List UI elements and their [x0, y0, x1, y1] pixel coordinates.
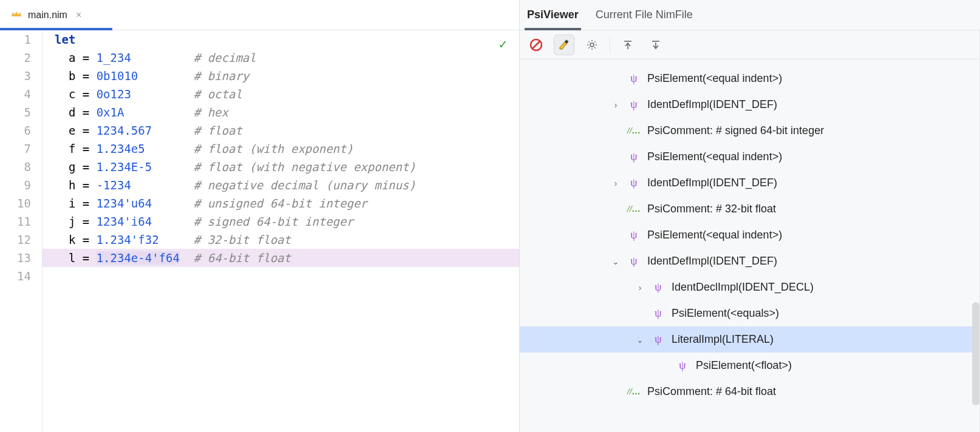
- collapse-up-icon[interactable]: [618, 35, 638, 55]
- tree-label: PsiElement(<equals>): [672, 307, 975, 320]
- gutter: 1234567891011121314: [0, 30, 43, 432]
- tool-window-toolbar: [520, 30, 980, 59]
- code-line[interactable]: k = 1.234'f32 # 32-bit float: [55, 231, 519, 249]
- toolbar-separator: [610, 37, 610, 53]
- tree-label: PsiElement(<equal indent>): [647, 150, 975, 163]
- gutter-line: 5: [0, 103, 31, 121]
- code-line[interactable]: a = 1_234 # decimal: [55, 49, 519, 67]
- svg-line-1: [533, 41, 540, 49]
- psi-icon: ψ: [627, 150, 641, 164]
- scrollbar-thumb[interactable]: [972, 302, 979, 405]
- code-area[interactable]: let a = 1_234 # decimal b = 0b1010 # bin…: [43, 30, 519, 432]
- gutter-line: 1: [0, 30, 31, 49]
- tool-window: PsiViewer Current File NimFile ψPsiEleme…: [520, 0, 980, 432]
- gutter-line: 2: [0, 49, 31, 67]
- gutter-line: 7: [0, 140, 31, 158]
- psi-icon: ψ: [627, 176, 641, 191]
- editor-tabs: main.nim ×: [0, 0, 519, 30]
- tool-window-tabs: PsiViewer Current File NimFile: [520, 0, 980, 30]
- gutter-line: 4: [0, 85, 31, 103]
- tree-row[interactable]: ψPsiElement(<equal indent>): [520, 222, 979, 248]
- comment-icon: //…: [627, 385, 641, 399]
- tree-label: LiteralImpl(LITERAL): [672, 333, 975, 346]
- tree-label: IdentDeclImpl(IDENT_DECL): [672, 281, 975, 294]
- gutter-line: 6: [0, 121, 31, 140]
- psi-icon: ψ: [651, 332, 665, 347]
- psi-tree[interactable]: ψPsiElement(<equal indent>)›ψIdentDefImp…: [520, 59, 980, 432]
- code-line[interactable]: e = 1234.567 # float: [55, 121, 519, 140]
- code-line[interactable]: j = 1234'i64 # signed 64-bit integer: [55, 212, 519, 231]
- tree-row[interactable]: ⌄ψLiteralImpl(LITERAL): [520, 326, 979, 353]
- tab-current-file[interactable]: Current File NimFile: [596, 0, 693, 30]
- code-line[interactable]: [55, 267, 519, 285]
- gutter-line: 13: [0, 249, 31, 267]
- comment-icon: //…: [627, 202, 641, 217]
- tree-label: PsiComment: # 64-bit float: [647, 385, 975, 398]
- tree-row[interactable]: //…PsiComment: # 64-bit float: [520, 379, 979, 405]
- psi-icon: ψ: [627, 228, 641, 243]
- psi-icon: ψ: [651, 306, 665, 321]
- tab-psiviewer[interactable]: PsiViewer: [527, 0, 579, 30]
- chevron-right-icon[interactable]: ›: [611, 178, 621, 188]
- code-line[interactable]: let: [55, 30, 519, 49]
- tree-label: IdentDefImpl(IDENT_DEF): [647, 98, 975, 111]
- tree-row[interactable]: ⌄ψIdentDefImpl(IDENT_DEF): [520, 248, 979, 274]
- psi-icon: ψ: [627, 254, 641, 269]
- editor-pane: main.nim × 1234567891011121314 let a = 1…: [0, 0, 520, 432]
- check-icon: ✓: [499, 35, 507, 53]
- tree-row[interactable]: ψPsiElement(<equals>): [520, 300, 979, 326]
- code-line[interactable]: l = 1.234e-4'f64 # 64-bit float: [43, 249, 519, 267]
- gutter-line: 12: [0, 231, 31, 249]
- file-tab[interactable]: main.nim ×: [0, 0, 91, 30]
- tree-row[interactable]: ›ψIdentDefImpl(IDENT_DEF): [520, 170, 979, 196]
- close-icon[interactable]: ×: [76, 10, 81, 21]
- tree-label: PsiElement(<equal indent>): [647, 229, 975, 241]
- chevron-down-icon[interactable]: ⌄: [611, 257, 621, 266]
- chevron-down-icon[interactable]: ⌄: [635, 335, 645, 345]
- psi-icon: ψ: [627, 98, 641, 112]
- gutter-line: 9: [0, 176, 31, 194]
- tree-row[interactable]: ›ψIdentDeclImpl(IDENT_DECL): [520, 274, 979, 300]
- gear-icon[interactable]: [582, 35, 602, 55]
- psi-icon: ψ: [675, 359, 690, 373]
- highlight-brush-icon[interactable]: [554, 35, 574, 55]
- gutter-line: 3: [0, 67, 31, 85]
- code-line[interactable]: i = 1234'u64 # unsigned 64-bit integer: [55, 194, 519, 212]
- gutter-line: 8: [0, 158, 31, 176]
- block-icon[interactable]: [526, 35, 546, 55]
- tree-label: PsiElement(<equal indent>): [647, 72, 975, 85]
- comment-icon: //…: [627, 124, 641, 138]
- code-line[interactable]: b = 0b1010 # binary: [55, 67, 519, 85]
- tree-row[interactable]: ›ψIdentDefImpl(IDENT_DEF): [520, 92, 979, 118]
- tree-row[interactable]: ψPsiElement(<equal indent>): [520, 66, 979, 92]
- tree-row[interactable]: ψPsiElement(<float>): [520, 353, 979, 379]
- tree-row[interactable]: ψPsiElement(<equal indent>): [520, 144, 979, 170]
- expand-down-icon[interactable]: [645, 35, 666, 55]
- editor-body[interactable]: 1234567891011121314 let a = 1_234 # deci…: [0, 30, 519, 432]
- tree-label: PsiElement(<float>): [696, 359, 975, 372]
- tree-label: PsiComment: # 32-bit float: [647, 203, 975, 215]
- svg-point-3: [590, 43, 594, 47]
- chevron-right-icon[interactable]: ›: [635, 283, 645, 292]
- tree-row[interactable]: //…PsiComment: # signed 64-bit integer: [520, 118, 979, 144]
- psi-icon: ψ: [627, 72, 641, 86]
- tree-row[interactable]: //…PsiComment: # 32-bit float: [520, 196, 979, 222]
- gutter-line: 11: [0, 212, 31, 231]
- code-line[interactable]: h = -1234 # negative decimal (unary minu…: [55, 176, 519, 194]
- code-line[interactable]: c = 0o123 # octal: [55, 85, 519, 103]
- chevron-right-icon[interactable]: ›: [611, 100, 621, 110]
- tree-label: PsiComment: # signed 64-bit integer: [647, 124, 975, 137]
- tree-label: IdentDefImpl(IDENT_DEF): [647, 255, 975, 268]
- nim-file-icon: [10, 8, 23, 22]
- tab-filename: main.nim: [28, 10, 67, 21]
- gutter-line: 10: [0, 194, 31, 212]
- psi-icon: ψ: [651, 280, 665, 295]
- tree-label: IdentDefImpl(IDENT_DEF): [647, 177, 975, 189]
- code-line[interactable]: d = 0x1A # hex: [55, 103, 519, 121]
- code-line[interactable]: f = 1.234e5 # float (with exponent): [55, 140, 519, 158]
- gutter-line: 14: [0, 267, 31, 285]
- code-line[interactable]: g = 1.234E-5 # float (with negative expo…: [55, 158, 519, 176]
